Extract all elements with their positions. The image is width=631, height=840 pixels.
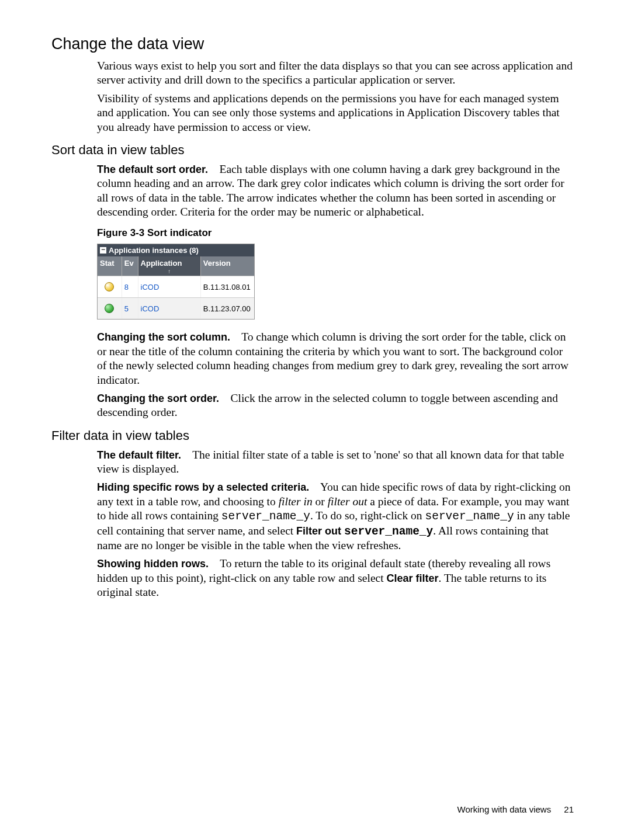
heading-sort-data: Sort data in view tables xyxy=(51,143,574,158)
collapse-icon: − xyxy=(100,247,106,254)
page-number: 21 xyxy=(564,804,574,814)
sort-default-lead: The default sort order. xyxy=(97,164,208,175)
table-row: 8 iCOD B.11.31.08.01 xyxy=(98,276,254,297)
change-sort-order-para: Changing the sort order. Click the arrow… xyxy=(97,391,574,420)
sort-indicator-figure: − Application instances (8) Stat Ev Appl… xyxy=(97,244,255,320)
t4: . To do so, right-click on xyxy=(310,509,425,522)
status-cell xyxy=(98,298,122,319)
figure-caption: Figure 3-3 Sort indicator xyxy=(97,227,574,239)
col-header-app-label: Application xyxy=(141,259,182,268)
app-cell: iCOD xyxy=(138,276,201,297)
server-name-1: server_name_y xyxy=(221,510,310,523)
showing-hidden-para: Showing hidden rows. To return the table… xyxy=(97,557,574,599)
status-minor-icon xyxy=(105,282,114,291)
status-cell xyxy=(98,276,122,297)
events-cell: 8 xyxy=(122,276,138,297)
change-sort-col-para: Changing the sort column. To change whic… xyxy=(97,330,574,387)
events-cell: 5 xyxy=(122,298,138,319)
sort-arrow-icon: ↑ xyxy=(168,268,171,275)
clear-filter-label: Clear filter xyxy=(387,572,439,584)
version-cell: B.11.23.07.00 xyxy=(201,298,254,319)
col-header-stat: Stat xyxy=(98,256,122,276)
intro-para-2: Visibility of systems and applications d… xyxy=(97,92,574,134)
intro-para-1: Various ways exist to help you sort and … xyxy=(97,59,574,88)
filter-out-label: Filter out xyxy=(296,525,344,537)
filter-out-term: filter out xyxy=(328,495,367,508)
server-name-2: server_name_y xyxy=(425,510,514,523)
default-filter-lead: The default filter. xyxy=(97,449,181,461)
figure-titlebar: − Application instances (8) xyxy=(98,244,254,256)
heading-change-data-view: Change the data view xyxy=(51,35,574,53)
app-cell: iCOD xyxy=(138,298,201,319)
col-header-ev: Ev xyxy=(122,256,138,276)
footer-text: Working with data views xyxy=(457,804,552,814)
table-row: 5 iCOD B.11.23.07.00 xyxy=(98,297,254,319)
filter-in-term: filter in xyxy=(279,495,313,508)
change-sort-col-lead: Changing the sort column. xyxy=(97,331,230,343)
showing-hidden-lead: Showing hidden rows. xyxy=(97,558,209,570)
status-normal-icon xyxy=(105,304,114,313)
filter-out-arg: server_name_y xyxy=(344,525,433,538)
default-filter-para: The default filter. The initial filter s… xyxy=(97,448,574,477)
version-cell: B.11.31.08.01 xyxy=(201,276,254,297)
page-footer: Working with data views 21 xyxy=(457,804,574,814)
col-header-application: Application ↑ xyxy=(138,256,201,276)
figure-header-row: Stat Ev Application ↑ Version xyxy=(98,256,254,276)
hiding-rows-lead: Hiding specific rows by a selected crite… xyxy=(97,481,309,493)
figure-title: Application instances (8) xyxy=(109,246,199,255)
sort-default-para: The default sort order. Each table displ… xyxy=(97,162,574,220)
col-header-version: Version xyxy=(201,256,254,276)
change-sort-order-lead: Changing the sort order. xyxy=(97,393,219,404)
t2: or xyxy=(313,495,328,508)
heading-filter-data: Filter data in view tables xyxy=(51,428,574,443)
hiding-rows-para: Hiding specific rows by a selected crite… xyxy=(97,480,574,553)
